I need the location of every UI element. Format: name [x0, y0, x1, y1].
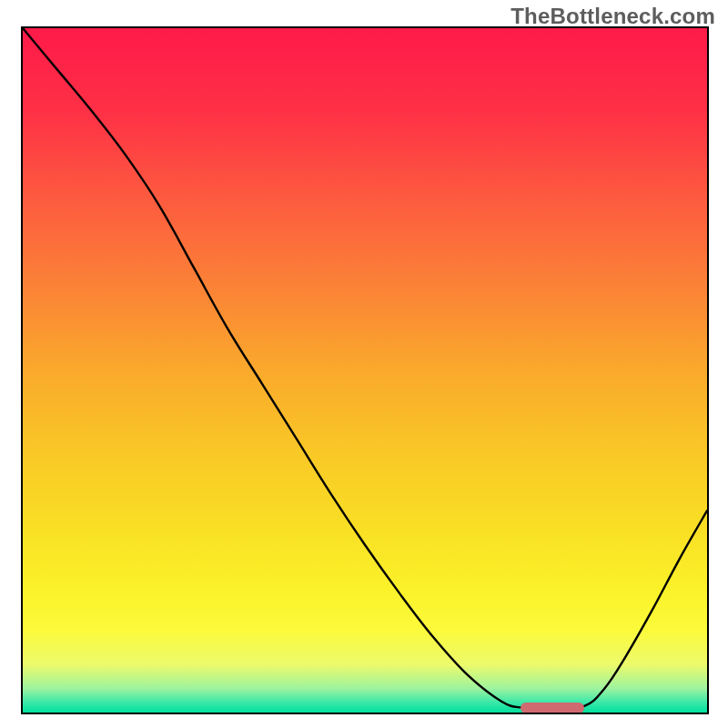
watermark-text: TheBottleneck.com [511, 4, 715, 29]
baseline-marker [521, 703, 585, 713]
plot-frame [21, 26, 709, 714]
curve-line [23, 28, 707, 713]
